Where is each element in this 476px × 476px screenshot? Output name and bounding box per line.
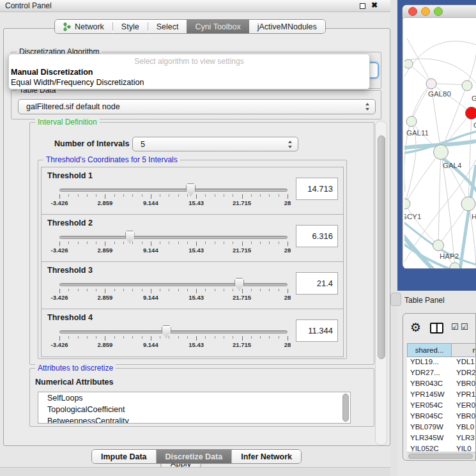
table-row[interactable]: YER054CYER0 [407, 401, 476, 411]
number-of-intervals-value: 5 [141, 140, 145, 149]
tab-style[interactable]: Style [113, 20, 148, 33]
slider-major-ticks [59, 194, 288, 199]
threshold-1-slider: -3.426 2.859 9.144 15.43 21.715 28 [59, 167, 288, 215]
checkbox-icon[interactable]: ☑ [461, 322, 468, 332]
tab-discretize-data[interactable]: Discretize Data [157, 450, 233, 463]
desktop-strip [397, 268, 476, 291]
network-view-window[interactable]: GAL80 GA C GAL11 GAL4 GCY1 H HAP2 [397, 0, 476, 291]
node-gal80[interactable] [426, 79, 436, 89]
list-item[interactable]: BetweennessCentrality [38, 415, 350, 424]
node-gal4[interactable] [434, 145, 449, 160]
zoom-traffic-light[interactable] [434, 8, 443, 16]
threshold-4-slider: -3.426 2.859 9.144 15.43 21.715 28 [59, 309, 288, 357]
table-body[interactable]: YDL19...YDL1 YDR27...YDR2 YBR043CYBR0 YP… [407, 357, 476, 452]
scale-label: 2.859 [98, 199, 113, 206]
minimize-traffic-light[interactable] [422, 8, 430, 16]
scale-label: 2.859 [98, 341, 113, 348]
combo-spinner-icon [365, 102, 371, 111]
table-row[interactable]: YBR045CYBR0 [407, 411, 476, 422]
tab-infer-network-label: Infer Network [241, 452, 292, 461]
tab-jactivemnodules[interactable]: jActiveMNodules [249, 20, 325, 33]
numerical-attributes-list[interactable]: SelfLoops TopologicalCoefficient Between… [38, 392, 351, 424]
network-icon [63, 22, 71, 31]
panel-splitter[interactable] [390, 0, 397, 476]
list-item[interactable]: SelfLoops [38, 392, 350, 404]
node-hap2[interactable] [433, 240, 444, 251]
gear-icon[interactable]: ⚙ [410, 320, 421, 335]
node-gal11[interactable] [406, 116, 417, 127]
threshold-3-value-field[interactable]: 21.4 [296, 272, 338, 295]
scale-label: -3.426 [51, 199, 68, 206]
table-panel-title: Table Panel [404, 296, 445, 305]
node-label: GAL11 [406, 129, 429, 137]
interval-definition-group: Interval Definition Number of Intervals … [29, 122, 374, 365]
dropdown-option-manual[interactable]: Manual Discretization [11, 68, 93, 77]
table-row[interactable]: YBL079WYBL0 [407, 422, 476, 433]
list-scrollbar[interactable] [342, 394, 349, 422]
checkbox-icon[interactable]: ☑ [451, 322, 459, 332]
scale-label: 15.43 [188, 294, 204, 301]
cell: YDR2 [456, 369, 476, 376]
panel-scrollbar-track[interactable] [375, 121, 387, 445]
splitter-handle[interactable] [390, 293, 401, 306]
table-row[interactable]: YBR043CYBR0 [407, 379, 476, 390]
tab-network[interactable]: Network [55, 20, 112, 33]
panel-scrollbar-thumb[interactable] [378, 135, 385, 359]
node-label: GA [472, 95, 476, 102]
node-h[interactable] [461, 197, 475, 211]
panel-title: Control Panel [5, 1, 52, 10]
slider-track[interactable] [59, 236, 288, 239]
column-header-shared[interactable]: shared... [407, 343, 452, 357]
scale-label: 15.43 [188, 199, 204, 206]
number-of-intervals-label: Number of Intervals [54, 139, 129, 148]
node[interactable] [404, 59, 413, 68]
close-icon[interactable]: ✖ [371, 1, 378, 10]
table-row[interactable]: YLR345WYLR3 [407, 433, 476, 444]
scale-label: 28 [284, 247, 291, 254]
table-row[interactable]: YDL19...YDL1 [407, 357, 476, 368]
threshold-2-slider: -3.426 2.859 9.144 15.43 21.715 28 [59, 215, 288, 262]
table-row[interactable]: YDR27...YDR2 [407, 368, 476, 379]
cell: YER0 [456, 401, 475, 409]
scale-label: 2.859 [98, 247, 113, 254]
node-label: HAP2 [440, 252, 459, 260]
list-item[interactable]: TopologicalCoefficient [38, 404, 350, 415]
cell: YIL052C [410, 445, 439, 452]
slider-track[interactable] [59, 283, 288, 286]
table-row[interactable]: YPR145WYPR1 [407, 390, 476, 401]
slider-track[interactable] [59, 330, 288, 334]
cell: YER054C [410, 401, 443, 409]
tab-network-label: Network [75, 22, 104, 31]
threshold-1-value-field[interactable]: 14.713 [296, 178, 338, 200]
node-selected-red[interactable] [466, 107, 476, 119]
thresholds-container: Threshold 1 -3.426 2.859 9.144 15.43 21.… [41, 167, 344, 357]
column-header-name[interactable]: n [452, 343, 476, 357]
float-window-icon[interactable] [360, 3, 365, 9]
scale-label: 9.144 [143, 341, 158, 348]
tab-infer-network[interactable]: Infer Network [232, 450, 301, 463]
threshold-4-value-field[interactable]: 11.344 [296, 319, 338, 342]
threshold-2-value-field[interactable]: 6.316 [296, 225, 338, 247]
slider-track[interactable] [59, 188, 288, 192]
cyni-toolbox-panel: Discretization Algorithm Select algorith… [3, 28, 390, 446]
number-of-intervals-combo[interactable]: 5 [132, 137, 298, 151]
tab-cyni-toolbox[interactable]: Cyni Toolbox [187, 20, 249, 33]
column-layout-icon[interactable] [430, 323, 443, 334]
table-panel-header: Table Panel [397, 291, 476, 313]
node-ga[interactable] [462, 81, 472, 91]
control-panel-titlebar: Control Panel ✖ [0, 0, 397, 12]
table-data-combo[interactable]: galFiltered.sif default node [18, 99, 376, 114]
node-label: GAL80 [428, 90, 451, 98]
table-row[interactable]: YIL052CYIL0 [407, 444, 476, 452]
close-traffic-light[interactable] [409, 8, 417, 16]
table-hscrollbar-track[interactable] [407, 452, 476, 459]
tab-impute-data[interactable]: Impute Data [92, 450, 157, 463]
table-hscrollbar-thumb[interactable] [408, 454, 473, 459]
cell: YDL19... [410, 358, 439, 365]
bottom-tab-bar: Impute Data Discretize Data Infer Networ… [91, 449, 302, 464]
cell: YBL079W [410, 423, 443, 431]
scale-label: 21.715 [233, 199, 251, 206]
tab-impute-data-label: Impute Data [101, 452, 147, 461]
tab-select[interactable]: Select [148, 20, 187, 33]
dropdown-option-equal-width[interactable]: Equal Width/Frequency Discretization [11, 78, 144, 87]
